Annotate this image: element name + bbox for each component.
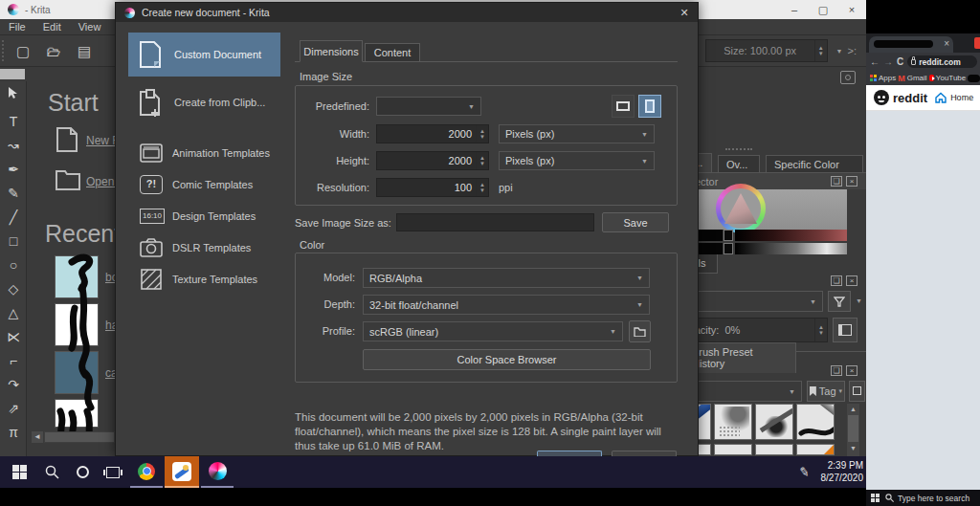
tab-content[interactable]: Content <box>365 43 420 62</box>
bookmark-youtube[interactable]: YouTube <box>936 74 966 82</box>
reddit-home-label[interactable]: Home <box>950 93 973 102</box>
edit-shapes-tool-icon[interactable]: ↝ <box>0 134 27 158</box>
landscape-orientation-button[interactable] <box>612 95 635 118</box>
tab-close-icon[interactable]: × <box>944 38 949 49</box>
height-unit-dropdown[interactable]: Pixels (px)▼ <box>499 151 655 170</box>
close-docker-icon[interactable]: × <box>846 176 858 187</box>
search-icon[interactable] <box>36 456 67 488</box>
browser-tab[interactable]: × <box>869 36 953 53</box>
workspace-chooser-icon[interactable] <box>840 71 856 84</box>
sidebar-item-custom-document[interactable]: Custom Document <box>128 33 280 77</box>
save-icon[interactable]: ▤ <box>73 40 96 61</box>
toolbox-handle[interactable] <box>0 69 25 79</box>
portrait-orientation-button[interactable] <box>638 95 661 118</box>
resolution-input[interactable]: 100 ▲▼ <box>376 178 489 197</box>
menu-file[interactable]: File <box>0 19 34 35</box>
float-docker-icon-3[interactable]: ❏ <box>831 365 842 376</box>
float-docker-icon[interactable]: ❏ <box>831 176 842 187</box>
brush-size-spinbox[interactable]: Size: 100.00 px ▲▼ <box>705 39 828 62</box>
task-view-icon[interactable] <box>98 456 128 488</box>
float-docker-icon-2[interactable]: ❏ <box>831 275 842 286</box>
brush-preset-4[interactable] <box>796 404 835 440</box>
toolbar-dropdown-caret[interactable]: ▼ <box>836 48 843 55</box>
scroll-up-arrow[interactable]: ▲ <box>847 404 859 414</box>
polygon-tool-icon[interactable]: ◇ <box>0 277 27 301</box>
new-file-icon[interactable] <box>56 127 78 152</box>
select-tool-icon[interactable] <box>0 86 27 110</box>
scroll-down-arrow[interactable]: ▼ <box>847 443 859 453</box>
brush-preset-3[interactable] <box>755 404 793 440</box>
brush-preset-6[interactable] <box>714 444 752 455</box>
width-unit-dropdown[interactable]: Pixels (px)▼ <box>499 124 655 143</box>
bookmark-gmail[interactable]: Gmail <box>907 74 927 82</box>
bezier-tool-icon[interactable]: ↷ <box>0 373 27 397</box>
active-app-taskbar-icon[interactable] <box>165 456 199 488</box>
red-channel-gradient[interactable] <box>735 230 847 241</box>
horizontal-scrollbar[interactable] <box>44 431 115 443</box>
preset-scrollbar[interactable]: ▲ ▼ <box>847 404 859 456</box>
pen-tray-icon[interactable]: ✎ <box>792 456 815 488</box>
color-space-browser-button[interactable]: Color Space Browser <box>363 349 651 370</box>
cortana-icon[interactable] <box>67 456 98 488</box>
assistant-tool-icon[interactable]: ⌐ <box>0 349 27 373</box>
tag-button[interactable]: Tag ▾ <box>807 381 845 402</box>
reload-icon[interactable]: C <box>897 56 903 67</box>
new-document-icon[interactable]: ▢ <box>11 40 34 61</box>
toolbar-overflow-chevron[interactable]: >: <box>848 45 857 56</box>
profile-folder-button[interactable] <box>629 320 651 342</box>
text-tool-icon[interactable]: T <box>0 110 27 134</box>
address-bar[interactable]: reddit.com <box>907 55 977 68</box>
predefined-dropdown[interactable]: ▼ <box>376 97 481 116</box>
rectangle-tool-icon[interactable]: □ <box>0 230 27 253</box>
scrollbar-left-arrow[interactable]: ◄ <box>32 431 43 443</box>
brush-preset-2[interactable] <box>714 404 752 440</box>
channel-splitter-2[interactable] <box>724 243 733 254</box>
close-docker-icon-3[interactable]: × <box>846 365 858 376</box>
tab-dimensions[interactable]: Dimensions <box>300 40 363 62</box>
sidebar-item-create-from-clipboard[interactable]: Create from Clipb... <box>128 80 280 124</box>
minimize-button[interactable]: – <box>780 0 809 19</box>
channel-splitter-1[interactable] <box>724 230 733 241</box>
display-mode-button[interactable] <box>849 381 865 402</box>
brush-preset-history-tab[interactable]: Brush Preset History <box>683 342 796 373</box>
save-button[interactable]: Save <box>602 212 669 232</box>
back-icon[interactable]: ← <box>870 56 880 67</box>
krita-taskbar-icon[interactable] <box>201 456 234 488</box>
brush-preset-8[interactable] <box>796 444 835 455</box>
chrome-taskbar-icon[interactable] <box>130 456 163 488</box>
start-button[interactable] <box>4 456 34 488</box>
spin-arrows[interactable]: ▲▼ <box>814 40 827 61</box>
maximize-button[interactable]: ▢ <box>809 0 837 19</box>
dialog-close-button[interactable]: ✕ <box>671 7 698 19</box>
freehand-brush-tool-icon[interactable]: ✎ <box>0 182 27 206</box>
close-docker-icon-2[interactable]: × <box>846 275 858 286</box>
spray-tool-icon[interactable]: ⇗ <box>0 397 27 421</box>
width-input[interactable]: 2000 ▲▼ <box>376 124 489 143</box>
save-size-input[interactable] <box>396 213 594 231</box>
line-tool-icon[interactable]: ╱ <box>0 206 27 230</box>
menu-view[interactable]: View <box>70 19 110 35</box>
start-button-2[interactable] <box>871 494 880 502</box>
profile-dropdown[interactable]: scRGB (linear)▼ <box>363 321 623 341</box>
sidebar-item-animation-templates[interactable]: Animation Templates <box>128 139 280 167</box>
calligraphy-tool-icon[interactable]: ✒ <box>0 158 27 182</box>
filter-caret[interactable]: ▼ <box>856 297 862 304</box>
open-file-icon[interactable] <box>56 167 80 190</box>
close-button[interactable]: × <box>837 0 866 19</box>
forward-icon[interactable]: → <box>883 56 893 67</box>
menu-edit[interactable]: Edit <box>34 19 70 35</box>
sidebar-item-comic-templates[interactable]: ?! Comic Templates <box>128 170 280 199</box>
taskbar-search-box[interactable]: Type here to search <box>885 494 969 503</box>
reddit-logo-icon[interactable] <box>874 90 889 105</box>
list-view-button[interactable] <box>833 318 858 342</box>
open-file-icon[interactable]: 🗁 <box>42 40 65 61</box>
gray-channel-gradient[interactable] <box>735 243 847 254</box>
dynamic-brush-tool-icon[interactable]: ⋉ <box>0 325 27 349</box>
filter-button[interactable] <box>828 291 851 312</box>
ellipse-tool-icon[interactable]: ○ <box>0 253 27 277</box>
model-dropdown[interactable]: RGB/Alpha▼ <box>363 268 650 288</box>
sidebar-item-design-templates[interactable]: 16:10 Design Templates <box>128 202 280 231</box>
sidebar-item-texture-templates[interactable]: Texture Templates <box>128 265 280 294</box>
polyline-tool-icon[interactable]: △ <box>0 301 27 325</box>
taskbar-clock[interactable]: 2:39 PM 8/27/2020 <box>815 459 863 484</box>
